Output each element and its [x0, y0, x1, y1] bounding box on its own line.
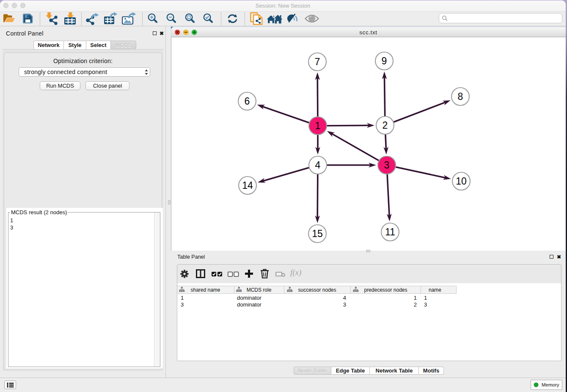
svg-text:11: 11: [385, 226, 395, 237]
svg-text:7: 7: [315, 56, 320, 67]
svg-text:2: 2: [383, 120, 388, 131]
svg-text:14: 14: [242, 180, 253, 191]
svg-text:10: 10: [456, 176, 467, 187]
svg-text:15: 15: [312, 228, 323, 239]
svg-text:9: 9: [382, 55, 387, 66]
svg-text:4: 4: [315, 160, 321, 171]
svg-text:6: 6: [245, 96, 250, 107]
svg-text:1: 1: [315, 120, 321, 131]
svg-text:8: 8: [458, 91, 463, 102]
svg-text:3: 3: [384, 160, 390, 171]
